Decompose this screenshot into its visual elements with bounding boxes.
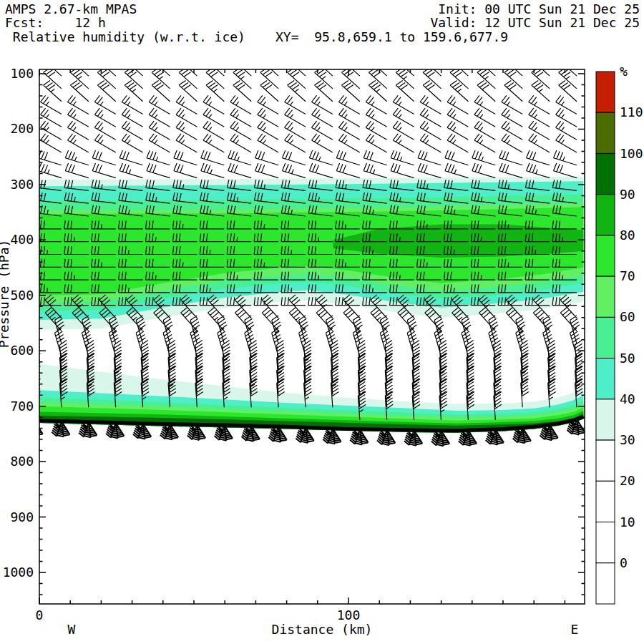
svg-text:40: 40 xyxy=(620,391,635,406)
svg-text:30: 30 xyxy=(620,432,635,447)
pressure-axis-title: Pressure (hPa) xyxy=(0,240,11,348)
svg-text:300: 300 xyxy=(10,177,34,192)
svg-text:100: 100 xyxy=(337,608,361,623)
distance-axis-labels: 0100WDistance (km)E xyxy=(36,608,579,637)
svg-text:500: 500 xyxy=(10,288,34,303)
svg-text:200: 200 xyxy=(10,121,34,136)
svg-text:50: 50 xyxy=(620,351,635,366)
svg-text:0: 0 xyxy=(620,555,628,570)
svg-text:900: 900 xyxy=(10,509,34,525)
cross-section-plot: 1002003004005006007008009001000Pressure … xyxy=(0,0,644,644)
svg-text:700: 700 xyxy=(10,399,34,414)
axes-frame xyxy=(39,69,585,604)
cross-section-svg: 1002003004005006007008009001000Pressure … xyxy=(0,0,644,644)
svg-text:70: 70 xyxy=(620,268,635,283)
svg-text:1000: 1000 xyxy=(3,565,34,580)
colorbar xyxy=(596,72,615,604)
svg-text:90: 90 xyxy=(620,187,635,202)
svg-text:80: 80 xyxy=(620,228,635,243)
svg-text:600: 600 xyxy=(10,343,34,358)
svg-text:800: 800 xyxy=(10,454,34,469)
amps-cross-section-page: AMPS 2.67-km MPAS Fcst: 12 h Relative hu… xyxy=(0,0,644,644)
colorbar-labels: %1101009080706050403020100 xyxy=(620,64,643,570)
svg-text:60: 60 xyxy=(620,309,635,324)
svg-text:400: 400 xyxy=(10,232,34,247)
colorbar-unit: % xyxy=(620,64,628,79)
svg-text:110: 110 xyxy=(620,104,643,119)
east-label: E xyxy=(571,622,579,637)
svg-text:100: 100 xyxy=(10,66,34,81)
svg-text:100: 100 xyxy=(620,146,643,161)
svg-text:0: 0 xyxy=(36,608,44,623)
west-label: W xyxy=(68,622,76,637)
distance-axis-title: Distance (km) xyxy=(272,622,373,637)
svg-text:20: 20 xyxy=(620,473,635,488)
svg-text:10: 10 xyxy=(620,514,635,530)
